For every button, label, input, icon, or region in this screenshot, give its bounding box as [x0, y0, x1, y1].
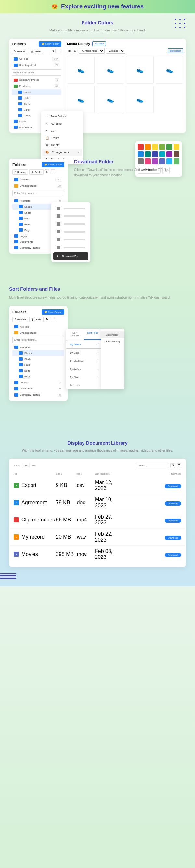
- media-thumb[interactable]: 👟: [126, 86, 154, 113]
- ctx-item[interactable]: [53, 243, 88, 251]
- delete-button[interactable]: 🗑 Delete: [29, 49, 43, 54]
- sidebar-title: Folders: [12, 310, 26, 314]
- folder-name-input[interactable]: [12, 190, 64, 196]
- more-icon[interactable]: ⋯: [51, 169, 55, 174]
- col-modified[interactable]: Last Modified ↓: [95, 473, 124, 475]
- ctx-item[interactable]: [53, 205, 88, 212]
- media-type-select[interactable]: All media items: [79, 48, 105, 54]
- ctx-item[interactable]: [53, 236, 88, 243]
- sort-icon[interactable]: ⇅: [45, 317, 49, 321]
- grid-view-icon[interactable]: ⊞: [73, 49, 77, 53]
- color-swatch[interactable]: [173, 144, 179, 150]
- add-new-button[interactable]: Add New: [92, 41, 106, 46]
- folder-tree-item[interactable]: Products61: [12, 83, 61, 89]
- sort-menu: Sort Folders Sort Files By Name›By Date›…: [66, 329, 102, 390]
- sort-option[interactable]: By Modified›: [66, 357, 102, 365]
- sort-option[interactable]: By Date›: [66, 349, 102, 357]
- folder-item[interactable]: Uncategorized78: [12, 183, 64, 189]
- download-button[interactable]: Download: [165, 484, 182, 488]
- file-size: 20 MB: [56, 534, 75, 540]
- folder-name-input[interactable]: [12, 337, 64, 343]
- rename-button[interactable]: ✎ Rename: [12, 169, 28, 175]
- new-folder-button[interactable]: 📁 New Folder: [41, 162, 64, 167]
- sort-files-tab[interactable]: Sort Files: [84, 329, 102, 340]
- delete-button[interactable]: 🗑 Delete: [29, 317, 43, 322]
- folder-name-input[interactable]: [12, 69, 61, 75]
- ascending-option[interactable]: Ascending: [102, 331, 124, 338]
- color-swatch[interactable]: [138, 144, 144, 150]
- ctx-item[interactable]: [53, 228, 88, 236]
- date-select[interactable]: All dates: [106, 48, 125, 54]
- new-folder-button[interactable]: 📁 New Folder: [41, 309, 64, 315]
- ctx-item-rename[interactable]: ✎Rename: [42, 120, 82, 127]
- color-swatch[interactable]: [145, 144, 151, 150]
- download-button[interactable]: Download: [165, 553, 182, 557]
- folder-item[interactable]: All Files: [12, 324, 64, 330]
- folder-tree-item[interactable]: Company Photos0: [12, 392, 64, 398]
- folder-item[interactable]: Uncategorized78: [12, 62, 61, 68]
- folder-tree-item[interactable]: Shoes: [12, 89, 61, 95]
- folder-tree-item[interactable]: Shirts: [12, 356, 64, 362]
- media-thumb[interactable]: 👟: [156, 56, 183, 84]
- ctx-item[interactable]: [53, 220, 88, 228]
- rename-button[interactable]: ✎ Rename: [12, 317, 28, 322]
- color-swatch[interactable]: [152, 144, 158, 150]
- table-row: ▪Clip-memories66 MB.mp4Feb 27, 2023Downl…: [10, 512, 185, 529]
- sort-icon[interactable]: ⇅: [45, 169, 49, 174]
- descending-option[interactable]: Descending: [102, 338, 124, 345]
- filter-icon[interactable]: ⚙: [170, 463, 175, 468]
- search-input[interactable]: [136, 463, 168, 468]
- folder-tree-item[interactable]: Shoes: [12, 350, 64, 356]
- view-icon[interactable]: ☰: [177, 463, 182, 468]
- folder-item[interactable]: All Files147: [12, 56, 61, 62]
- new-folder-button[interactable]: 📁 New Folder: [39, 41, 61, 47]
- folder-tree-item[interactable]: Bags: [12, 373, 64, 379]
- folder-tree-item[interactable]: Shirts: [12, 101, 61, 107]
- ctx-item[interactable]: [53, 212, 88, 220]
- folder-tree-item[interactable]: Documents0: [12, 385, 64, 392]
- folder-tree-item[interactable]: Belts: [12, 368, 64, 373]
- rename-button[interactable]: ✎ Rename: [12, 49, 27, 54]
- folder-tree-item[interactable]: Logos2: [12, 379, 64, 385]
- col-type[interactable]: Type ↓: [75, 473, 95, 475]
- file-icon: ▪: [13, 483, 19, 488]
- ctx-item-cut[interactable]: ✂Cut: [42, 127, 82, 134]
- sort-icon[interactable]: ⇅: [51, 49, 56, 53]
- ctx-item-delete[interactable]: 🗑Delete: [42, 142, 82, 149]
- section-title: Download Folder: [74, 159, 186, 164]
- more-icon[interactable]: ⋯: [51, 317, 55, 321]
- section-subtitle: With this tool in hand, you can manage a…: [9, 448, 186, 453]
- sort-option[interactable]: By Size›: [66, 373, 102, 381]
- color-swatch[interactable]: [159, 144, 165, 150]
- folder-tree-item[interactable]: Hats: [12, 362, 64, 368]
- col-file[interactable]: File ↓: [13, 473, 56, 475]
- delete-button[interactable]: 🗑 Delete: [29, 169, 43, 175]
- folder-item[interactable]: All Files147: [12, 177, 64, 183]
- media-thumb[interactable]: 👟: [96, 56, 124, 84]
- download-zip-button[interactable]: ⬇Download Zip: [53, 252, 88, 260]
- download-button[interactable]: Download: [165, 501, 182, 505]
- bulk-select-button[interactable]: Bulk select: [168, 48, 183, 53]
- media-thumb[interactable]: 👟: [96, 86, 124, 113]
- folder-tree-item[interactable]: Company Photos0: [12, 77, 61, 83]
- folder-tree-item[interactable]: Products: [12, 344, 64, 350]
- download-button[interactable]: Download: [165, 536, 182, 540]
- media-thumb[interactable]: 👟: [126, 56, 154, 84]
- sort-folders-tab[interactable]: Sort Folders: [66, 329, 84, 340]
- col-size[interactable]: Size ↓: [56, 473, 75, 475]
- ctx-item-paste[interactable]: 📋Paste: [42, 134, 82, 142]
- sort-option[interactable]: By Name›: [66, 340, 102, 349]
- media-thumb[interactable]: 👟: [67, 86, 94, 113]
- ctx-item-new-folder[interactable]: ＋New Folder: [42, 112, 82, 120]
- more-icon[interactable]: ⋯: [57, 49, 61, 53]
- folder-item[interactable]: Uncategorized: [12, 330, 64, 336]
- reset-sort[interactable]: ↻ Reset: [66, 381, 102, 390]
- document-library-panel: Show 23 files ⚙ ☰ File ↓ Size ↓ Type ↓ L…: [9, 459, 186, 567]
- list-view-icon[interactable]: ☰: [67, 49, 72, 53]
- file-icon: ▪: [13, 500, 19, 505]
- color-swatch[interactable]: [166, 144, 172, 150]
- folder-tree-item[interactable]: Hats: [12, 95, 61, 101]
- media-thumb[interactable]: 👟: [67, 56, 94, 84]
- download-button[interactable]: Download: [165, 519, 182, 523]
- sort-option[interactable]: By Author›: [66, 365, 102, 373]
